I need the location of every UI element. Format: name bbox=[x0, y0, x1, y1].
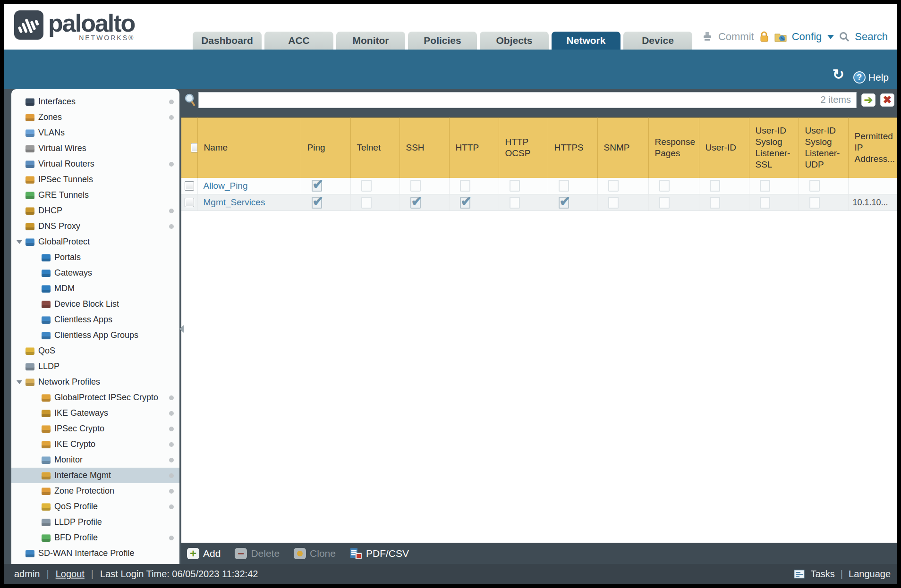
mdm-icon bbox=[42, 285, 51, 293]
sidebar-item-clientless-apps[interactable]: Clientless Apps bbox=[11, 312, 179, 328]
sidebar-item-lldp[interactable]: LLDP bbox=[11, 359, 179, 374]
column-header-http-ocsp[interactable]: HTTP OCSP bbox=[499, 118, 548, 178]
sidebar-item-label: DHCP bbox=[38, 206, 62, 216]
sidebar-item-sd-wan-interface-profile[interactable]: SD-WAN Interface Profile bbox=[11, 546, 179, 561]
tasks-button[interactable]: Tasks bbox=[811, 569, 835, 580]
tab-objects[interactable]: Objects bbox=[480, 32, 549, 50]
sidebar-item-globalprotect-ipsec-crypto[interactable]: GlobalProtect IPSec Crypto bbox=[11, 390, 179, 405]
sidebar-item-mdm[interactable]: MDM bbox=[11, 281, 179, 296]
tab-monitor[interactable]: Monitor bbox=[336, 32, 405, 50]
apply-filter-button[interactable]: ➔ bbox=[861, 93, 876, 107]
column-header-response-pages[interactable]: Response Pages bbox=[648, 118, 699, 178]
sidebar-item-ike-gateways[interactable]: IKE Gateways bbox=[11, 405, 179, 421]
sidebar-item-ike-crypto[interactable]: IKE Crypto bbox=[11, 437, 179, 452]
filter-input[interactable] bbox=[198, 92, 857, 108]
column-header-name[interactable]: Name bbox=[197, 118, 301, 178]
lock-icon bbox=[42, 425, 51, 433]
commit-icon[interactable] bbox=[701, 31, 714, 42]
service-cell-snmp bbox=[597, 194, 648, 211]
sidebar-item-portals[interactable]: Portals bbox=[11, 250, 179, 265]
column-header-user-id[interactable]: User-ID bbox=[699, 118, 749, 178]
column-header-user-id-syslog-listener-ssl[interactable]: User-ID Syslog Listener-SSL bbox=[749, 118, 799, 178]
clone-button[interactable]: Clone bbox=[294, 548, 336, 559]
sidebar-item-ipsec-tunnels[interactable]: IPSec Tunnels bbox=[11, 172, 179, 187]
column-header-user-id-syslog-listener-udp[interactable]: User-ID Syslog Listener-UDP bbox=[799, 118, 848, 178]
tab-acc[interactable]: ACC bbox=[264, 32, 333, 50]
chevron-down-icon[interactable] bbox=[827, 35, 834, 39]
sidebar-item-qos-profile[interactable]: QoS Profile bbox=[11, 499, 179, 514]
logout-link[interactable]: Logout bbox=[56, 569, 85, 580]
config-button[interactable]: Config bbox=[792, 31, 822, 43]
sidebar-item-zones[interactable]: Zones bbox=[11, 109, 179, 125]
config-icon[interactable] bbox=[774, 31, 787, 43]
sidebar-item-vlans[interactable]: VLANs bbox=[11, 125, 179, 141]
name-cell: Allow_Ping bbox=[197, 178, 301, 194]
sidebar-collapse-icon[interactable] bbox=[179, 325, 184, 333]
sidebar-item-monitor[interactable]: Monitor bbox=[11, 452, 179, 468]
column-header-http[interactable]: HTTP bbox=[449, 118, 499, 178]
column-header-snmp[interactable]: SNMP bbox=[597, 118, 648, 178]
sidebar-item-device-block-list[interactable]: Device Block List bbox=[11, 296, 179, 312]
row-select-checkbox[interactable] bbox=[185, 198, 194, 207]
header-actions: Commit Config Search bbox=[701, 31, 888, 43]
monitor-icon bbox=[42, 456, 51, 464]
tab-network[interactable]: Network bbox=[552, 32, 620, 50]
column-header-ping[interactable]: Ping bbox=[301, 118, 350, 178]
search-icon[interactable] bbox=[839, 31, 850, 42]
profile-link[interactable]: Mgmt_Services bbox=[204, 197, 265, 207]
sidebar-item-dhcp[interactable]: DHCP bbox=[11, 203, 179, 218]
language-button[interactable]: Language bbox=[849, 569, 891, 580]
sidebar-item-gateways[interactable]: Gateways bbox=[11, 265, 179, 281]
expander-triangle-icon[interactable] bbox=[17, 240, 22, 244]
sidebar-item-virtual-wires[interactable]: Virtual Wires bbox=[11, 141, 179, 156]
column-header-permitted-ip-address[interactable]: Permitted IP Address... bbox=[848, 118, 897, 178]
sidebar-item-interfaces[interactable]: Interfaces bbox=[11, 94, 179, 109]
sidebar-item-globalprotect[interactable]: GlobalProtect bbox=[11, 234, 179, 250]
dns-proxy-icon bbox=[26, 223, 34, 230]
service-cell-user-id-syslog-listener-ssl bbox=[749, 194, 799, 211]
profile-link[interactable]: Allow_Ping bbox=[204, 181, 248, 191]
add-button[interactable]: + Add bbox=[187, 548, 221, 559]
global-search-button[interactable]: Search bbox=[855, 31, 888, 43]
sidebar-item-label: Device Block List bbox=[54, 299, 119, 309]
sidebar-item-label: Monitor bbox=[54, 455, 83, 465]
pdf-csv-button[interactable]: PDF/CSV bbox=[350, 547, 409, 560]
column-header-https[interactable]: HTTPS bbox=[548, 118, 597, 178]
row-select-checkbox[interactable] bbox=[185, 181, 194, 191]
sidebar-item-clientless-app-groups[interactable]: Clientless App Groups bbox=[11, 328, 179, 343]
clear-filter-button[interactable]: ✖ bbox=[880, 93, 894, 107]
delete-button[interactable]: − Delete bbox=[235, 548, 280, 559]
lock-icon[interactable] bbox=[759, 31, 769, 43]
sidebar-item-lldp-profile[interactable]: LLDP Profile bbox=[11, 514, 179, 530]
service-cell-http-ocsp bbox=[499, 194, 548, 211]
row-select-cell bbox=[181, 194, 197, 211]
sidebar-item-qos[interactable]: QoS bbox=[11, 343, 179, 359]
sidebar-item-gre-tunnels[interactable]: GRE Tunnels bbox=[11, 187, 179, 203]
virtual-wires-icon bbox=[26, 145, 34, 152]
tab-policies[interactable]: Policies bbox=[408, 32, 477, 50]
row-dot-icon bbox=[169, 115, 174, 120]
service-checkbox-http-ocsp bbox=[510, 197, 520, 209]
refresh-icon[interactable]: ↻ bbox=[833, 66, 844, 83]
column-header-ssh[interactable]: SSH bbox=[400, 118, 449, 178]
commit-button[interactable]: Commit bbox=[718, 31, 754, 43]
sub-header-band: ↻ ? Help bbox=[4, 50, 897, 89]
tab-dashboard[interactable]: Dashboard bbox=[193, 32, 262, 50]
sidebar-item-interface-mgmt[interactable]: Interface Mgmt bbox=[11, 468, 179, 483]
bfd-profile-icon bbox=[42, 534, 51, 542]
service-checkbox-telnet bbox=[361, 197, 372, 209]
close-icon: ✖ bbox=[883, 95, 892, 105]
tab-device[interactable]: Device bbox=[623, 32, 692, 50]
sidebar-item-ipsec-crypto[interactable]: IPSec Crypto bbox=[11, 421, 179, 437]
service-cell-ssh bbox=[400, 194, 449, 211]
help-button[interactable]: ? Help bbox=[853, 71, 889, 84]
sidebar-item-zone-protection[interactable]: Zone Protection bbox=[11, 483, 179, 499]
sidebar-item-bfd-profile[interactable]: BFD Profile bbox=[11, 530, 179, 546]
sidebar-item-virtual-routers[interactable]: Virtual Routers bbox=[11, 156, 179, 172]
expander-triangle-icon[interactable] bbox=[17, 380, 22, 384]
column-header-telnet[interactable]: Telnet bbox=[350, 118, 400, 178]
ipsec-tunnels-icon bbox=[26, 176, 34, 184]
service-checkbox-http bbox=[460, 180, 470, 192]
sidebar-item-dns-proxy[interactable]: DNS Proxy bbox=[11, 218, 179, 234]
sidebar-item-network-profiles[interactable]: Network Profiles bbox=[11, 374, 179, 390]
